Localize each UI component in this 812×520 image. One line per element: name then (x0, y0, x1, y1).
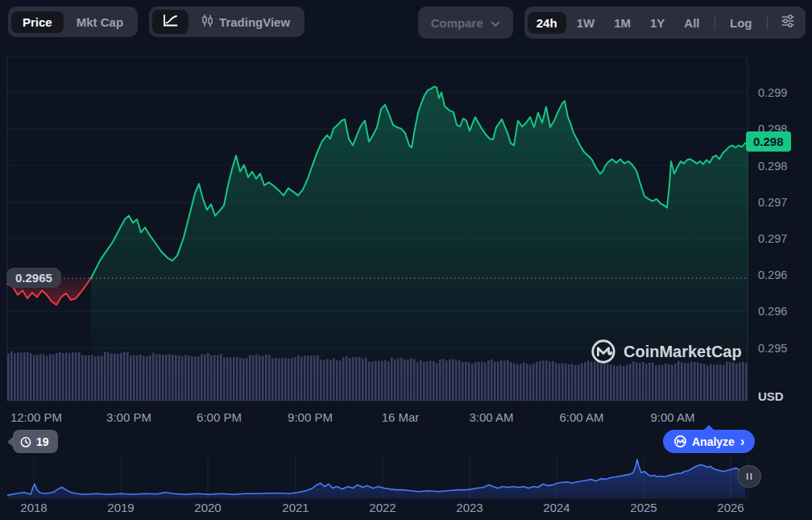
line-chart-icon (162, 14, 179, 30)
analyze-label: Analyze (692, 435, 735, 448)
history-count: 19 (36, 435, 49, 448)
history-count-button[interactable]: 19 (13, 430, 58, 453)
range-button-1w[interactable]: 1W (568, 12, 604, 34)
range-selector-group: 24h1W1M1YAll Log (524, 6, 806, 39)
range-selector[interactable] (7, 456, 748, 498)
range-selector-handle[interactable]: II (737, 465, 761, 488)
compare-button[interactable]: Compare (418, 6, 513, 39)
range-button-1m[interactable]: 1M (605, 12, 640, 34)
mini-chart-area (7, 460, 745, 498)
analyze-button[interactable]: Analyze › (663, 430, 755, 453)
chevron-down-icon (491, 16, 500, 30)
compare-button-label: Compare (431, 16, 483, 30)
range-button-24h[interactable]: 24h (528, 12, 566, 34)
chart-toolbar: Price Mkt Cap (8, 6, 806, 39)
price-chart-page: Price Mkt Cap (0, 0, 812, 520)
analyze-logo-icon (673, 435, 687, 448)
range-button-all[interactable]: All (675, 12, 708, 34)
coinmarketcap-logo-icon (590, 338, 617, 365)
chart-settings-button[interactable] (773, 10, 802, 35)
price-tab[interactable]: Price (11, 11, 64, 33)
log-scale-label: Log (730, 16, 752, 30)
price-mktcap-toggle: Price Mkt Cap (8, 6, 138, 37)
mktcap-tab[interactable]: Mkt Cap (65, 11, 135, 33)
current-price-badge: 0.298 (746, 131, 791, 152)
history-clock-icon (19, 435, 32, 448)
toolbar-divider (767, 15, 768, 30)
price-tab-label: Price (23, 15, 52, 29)
coinmarketcap-watermark-label: CoinMarketCap (624, 343, 742, 361)
toolbar-divider (715, 15, 716, 30)
sliders-icon (780, 13, 796, 32)
chevron-right-icon: › (740, 435, 744, 449)
line-chart-tab[interactable] (152, 10, 188, 34)
range-button-1y[interactable]: 1Y (641, 12, 673, 34)
coinmarketcap-watermark: CoinMarketCap (590, 338, 742, 365)
tradingview-tab-label: TradingView (219, 15, 290, 29)
chart-type-toggle: TradingView (149, 6, 304, 37)
log-scale-button[interactable]: Log (721, 12, 761, 34)
open-price-badge: 0.2965 (6, 268, 61, 288)
tradingview-tab[interactable]: TradingView (190, 10, 301, 34)
candlestick-icon (201, 14, 213, 30)
mktcap-tab-label: Mkt Cap (77, 15, 123, 29)
